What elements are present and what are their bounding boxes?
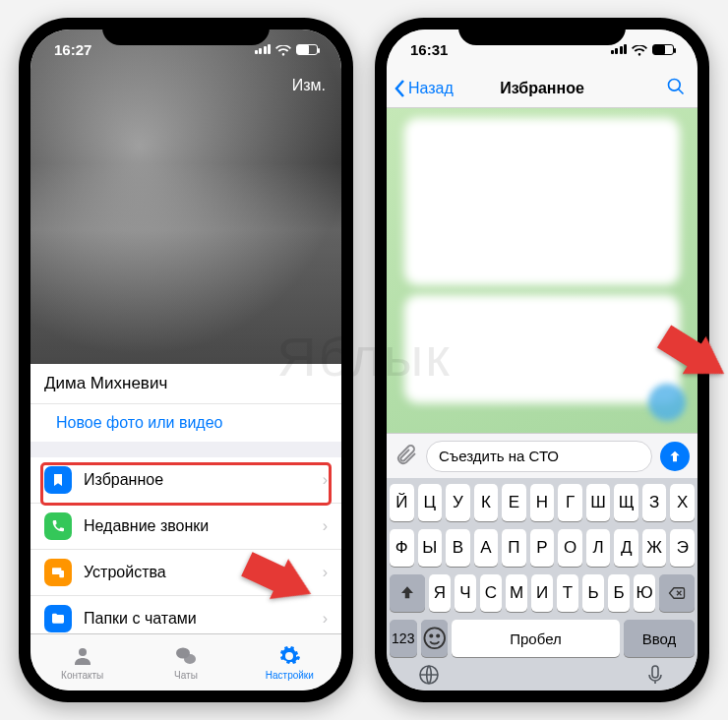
key[interactable]: Г — [558, 484, 582, 521]
key[interactable]: Л — [586, 529, 611, 567]
person-icon — [70, 644, 95, 668]
profile-name[interactable]: Дима Михневич — [30, 364, 341, 403]
key[interactable]: Х — [670, 484, 695, 521]
edit-button[interactable]: Изм. — [292, 77, 326, 94]
svg-rect-3 — [59, 570, 64, 577]
menu-devices[interactable]: Устройства › — [30, 549, 341, 595]
emoji-icon — [421, 625, 449, 652]
key[interactable]: И — [531, 574, 553, 612]
key[interactable]: Ж — [642, 529, 667, 567]
key[interactable]: Я — [429, 574, 451, 612]
menu-label: Избранное — [84, 471, 323, 489]
menu-label: Папки с чатами — [84, 610, 323, 628]
mic-key[interactable] — [643, 663, 667, 690]
wifi-icon — [632, 43, 647, 55]
keyboard-row-2: Ф Ы В А П Р О Л Д Ж Э — [390, 529, 695, 567]
svg-point-4 — [79, 648, 87, 656]
signal-icon — [255, 44, 272, 54]
mic-icon — [643, 663, 667, 687]
space-key[interactable]: Пробел — [452, 620, 620, 657]
key[interactable]: Д — [614, 529, 638, 567]
key[interactable]: Ч — [455, 574, 476, 612]
new-photo-button[interactable]: Новое фото или видео — [30, 403, 341, 442]
key[interactable]: З — [642, 484, 667, 521]
attach-button[interactable] — [394, 443, 418, 470]
back-button[interactable]: Назад — [393, 79, 454, 98]
key[interactable]: М — [506, 574, 527, 612]
key[interactable]: А — [474, 529, 499, 567]
tab-bar: Контакты Чаты Настройки — [30, 633, 341, 690]
key[interactable]: Ф — [390, 529, 414, 567]
chevron-left-icon — [393, 79, 406, 98]
globe-key[interactable] — [417, 663, 441, 690]
chevron-right-icon: › — [323, 610, 328, 628]
key[interactable]: О — [558, 529, 582, 567]
key[interactable]: Ш — [586, 484, 611, 521]
keyboard-bottom-row — [390, 657, 695, 690]
tab-label: Чаты — [174, 670, 198, 681]
tab-chats[interactable]: Чаты — [134, 634, 237, 690]
enter-key[interactable]: Ввод — [624, 620, 695, 657]
message-input[interactable]: Съездить на СТО — [426, 441, 652, 472]
key[interactable]: С — [480, 574, 502, 612]
battery-icon — [652, 44, 674, 55]
chats-icon — [173, 644, 199, 668]
status-time: 16:27 — [54, 41, 91, 58]
backspace-key[interactable] — [659, 574, 695, 612]
menu-recent-calls[interactable]: Недавние звонки › — [30, 503, 341, 549]
shift-key[interactable] — [390, 574, 425, 612]
key[interactable]: К — [474, 484, 499, 521]
keyboard-row-4: 123 Пробел Ввод — [390, 620, 695, 657]
key[interactable]: Ь — [582, 574, 604, 612]
menu-saved-messages[interactable]: Избранное › — [30, 457, 341, 503]
key[interactable]: Е — [502, 484, 526, 521]
key[interactable]: Й — [390, 484, 414, 521]
svg-point-10 — [437, 635, 439, 637]
search-button[interactable] — [666, 77, 686, 100]
svg-rect-12 — [652, 666, 658, 678]
phone-left: 16:27 Изм. Дима Михневич Новое фото или … — [19, 18, 353, 702]
key[interactable]: В — [446, 529, 470, 567]
wifi-icon — [275, 43, 291, 55]
key[interactable]: Ы — [418, 529, 443, 567]
numbers-key[interactable]: 123 — [390, 620, 417, 657]
key[interactable]: Б — [608, 574, 630, 612]
notch — [102, 18, 270, 45]
arrow-up-icon — [667, 449, 683, 464]
svg-point-8 — [424, 629, 445, 649]
key[interactable]: Р — [530, 529, 555, 567]
tab-label: Контакты — [61, 670, 103, 681]
phone-icon — [44, 512, 72, 540]
menu-label: Устройства — [84, 564, 323, 581]
key[interactable]: Т — [557, 574, 578, 612]
key[interactable]: Н — [530, 484, 555, 521]
tab-settings[interactable]: Настройки — [238, 634, 341, 690]
keyboard-row-3: Я Ч С М И Т Ь Б Ю — [390, 574, 695, 612]
menu-label: Недавние звонки — [84, 517, 323, 535]
paperclip-icon — [394, 443, 418, 466]
scroll-down-button[interactable] — [648, 384, 686, 421]
key[interactable]: Щ — [614, 484, 638, 521]
notch — [458, 18, 626, 45]
key[interactable]: Э — [670, 529, 695, 567]
message-bubble — [404, 118, 680, 285]
key[interactable]: Ц — [418, 484, 443, 521]
key[interactable]: Ю — [634, 574, 655, 612]
chat-background[interactable] — [387, 108, 698, 433]
signal-icon — [611, 44, 628, 54]
keyboard-row-1: Й Ц У К Е Н Г Ш Щ З Х — [390, 484, 695, 521]
back-label: Назад — [408, 80, 454, 97]
svg-point-6 — [184, 654, 196, 664]
tab-contacts[interactable]: Контакты — [30, 634, 134, 690]
key[interactable]: У — [446, 484, 470, 521]
new-photo-label: Новое фото или видео — [56, 414, 222, 432]
send-button[interactable] — [660, 442, 690, 471]
keyboard: Й Ц У К Е Н Г Ш Щ З Х Ф Ы В А П — [387, 478, 698, 690]
svg-point-9 — [430, 635, 432, 637]
shift-icon — [398, 584, 416, 602]
menu-chat-folders[interactable]: Папки с чатами › — [30, 595, 341, 633]
emoji-key[interactable] — [421, 620, 449, 657]
tab-label: Настройки — [266, 670, 314, 681]
key[interactable]: П — [502, 529, 526, 567]
search-icon — [666, 77, 686, 96]
